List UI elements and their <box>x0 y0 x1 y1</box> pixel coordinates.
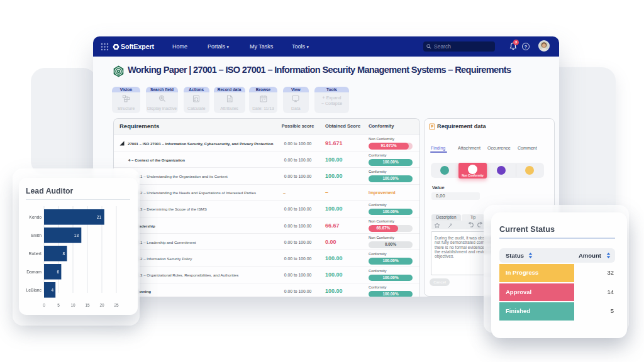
svg-text:Damam: Damam <box>26 270 42 274</box>
svg-text:21: 21 <box>97 215 102 219</box>
svg-text:5: 5 <box>57 303 60 307</box>
svg-text:Smith: Smith <box>31 233 42 238</box>
svg-text:8: 8 <box>62 251 65 256</box>
svg-text:Kendo: Kendo <box>29 215 42 219</box>
svg-text:15: 15 <box>85 303 90 307</box>
svg-text:0: 0 <box>43 303 45 307</box>
svg-text:6: 6 <box>57 270 59 274</box>
svg-text:25: 25 <box>114 303 119 307</box>
svg-text:20: 20 <box>99 303 104 307</box>
svg-text:10: 10 <box>70 303 75 307</box>
svg-text:4: 4 <box>51 288 53 292</box>
svg-text:Robert: Robert <box>29 251 42 256</box>
svg-text:13: 13 <box>74 233 79 238</box>
svg-text:LeBlanc: LeBlanc <box>26 288 42 292</box>
